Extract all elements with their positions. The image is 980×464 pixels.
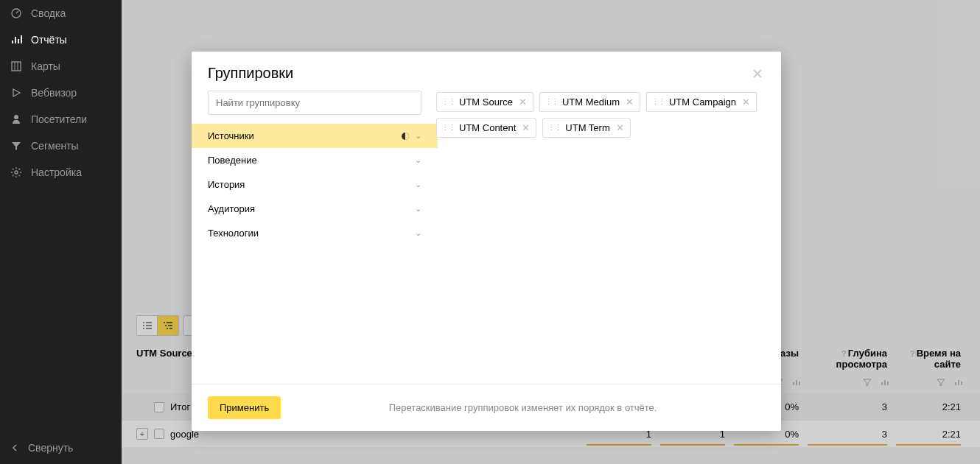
grouping-tag[interactable]: ⋮⋮UTM Medium✕ bbox=[539, 92, 640, 112]
tag-remove-button[interactable]: ✕ bbox=[615, 122, 626, 133]
drag-handle-icon[interactable]: ⋮⋮ bbox=[651, 97, 665, 107]
tag-remove-button[interactable]: ✕ bbox=[520, 122, 531, 133]
drag-handle-icon[interactable]: ⋮⋮ bbox=[545, 97, 558, 107]
apply-button[interactable]: Применить bbox=[208, 396, 281, 419]
tag-label: UTM Medium bbox=[562, 96, 620, 108]
category-item[interactable]: Поведение⌄ bbox=[192, 148, 438, 172]
tag-remove-button[interactable]: ✕ bbox=[624, 96, 635, 108]
close-icon bbox=[752, 68, 763, 79]
modal-footer: Применить Перетаскивание группировок изм… bbox=[192, 384, 781, 431]
sidebar-item-gear[interactable]: Настройка bbox=[0, 159, 122, 186]
sidebar-item-play[interactable]: Вебвизор bbox=[0, 80, 122, 106]
category-item[interactable]: Технологии⌄ bbox=[192, 221, 438, 245]
svg-rect-1 bbox=[12, 62, 21, 71]
modal-title: Группировки bbox=[208, 65, 293, 82]
drag-handle-icon[interactable]: ⋮⋮ bbox=[441, 123, 455, 133]
chevron-left-icon bbox=[10, 443, 19, 452]
category-label: История bbox=[208, 179, 245, 190]
map-icon bbox=[10, 60, 22, 72]
category-label: Аудитория bbox=[208, 203, 255, 214]
left-panel: Источники⌄Поведение⌄История⌄Аудитория⌄Те… bbox=[208, 91, 421, 384]
svg-point-3 bbox=[15, 171, 18, 174]
tag-label: UTM Campaign bbox=[669, 96, 736, 108]
selected-tags: ⋮⋮UTM Source✕⋮⋮UTM Medium✕⋮⋮UTM Campaign… bbox=[436, 92, 765, 138]
drag-handle-icon[interactable]: ⋮⋮ bbox=[441, 97, 455, 107]
modal-body: Источники⌄Поведение⌄История⌄Аудитория⌄Те… bbox=[192, 91, 781, 384]
tag-label: UTM Term bbox=[565, 122, 609, 133]
sidebar-item-label: Посетители bbox=[31, 113, 87, 125]
partial-indicator-icon bbox=[402, 133, 409, 140]
sidebar-item-label: Отчёты bbox=[31, 34, 67, 46]
category-item[interactable]: Аудитория⌄ bbox=[192, 197, 438, 221]
footer-hint: Перетаскивание группировок изменяет их п… bbox=[281, 402, 765, 413]
grouping-tag[interactable]: ⋮⋮UTM Content✕ bbox=[436, 118, 536, 138]
category-label: Источники bbox=[208, 130, 254, 141]
user-icon bbox=[10, 113, 22, 125]
tag-remove-button[interactable]: ✕ bbox=[741, 96, 752, 108]
close-button[interactable] bbox=[750, 66, 765, 81]
sidebar-item-label: Сегменты bbox=[31, 140, 79, 152]
tag-label: UTM Source bbox=[459, 96, 513, 108]
sidebar-item-label: Сводка bbox=[31, 7, 66, 19]
sidebar-item-label: Настройка bbox=[31, 166, 82, 178]
chevron-down-icon: ⌄ bbox=[415, 180, 421, 189]
category-item[interactable]: Источники⌄ bbox=[192, 124, 438, 148]
sidebar-item-filter[interactable]: Сегменты bbox=[0, 133, 122, 159]
chevron-down-icon: ⌄ bbox=[415, 155, 421, 165]
sidebar-item-user[interactable]: Посетители bbox=[0, 106, 122, 133]
sidebar: СводкаОтчётыКартыВебвизорПосетителиСегме… bbox=[0, 0, 122, 464]
drag-handle-icon[interactable]: ⋮⋮ bbox=[547, 123, 561, 133]
svg-point-2 bbox=[14, 115, 18, 119]
sidebar-item-bars[interactable]: Отчёты bbox=[0, 27, 122, 53]
chevron-down-icon: ⌄ bbox=[415, 204, 421, 214]
right-panel: ⋮⋮UTM Source✕⋮⋮UTM Medium✕⋮⋮UTM Campaign… bbox=[436, 91, 765, 384]
sidebar-item-dashboard[interactable]: Сводка bbox=[0, 0, 122, 27]
filter-icon bbox=[10, 140, 22, 152]
sidebar-item-label: Вебвизор bbox=[31, 87, 77, 99]
bars-icon bbox=[10, 34, 22, 46]
chevron-down-icon: ⌄ bbox=[415, 131, 421, 141]
sidebar-item-map[interactable]: Карты bbox=[0, 53, 122, 80]
play-icon bbox=[10, 87, 22, 99]
category-label: Технологии bbox=[208, 228, 259, 239]
sidebar-collapse-button[interactable]: Свернуть bbox=[0, 432, 122, 464]
search-input[interactable] bbox=[208, 91, 421, 115]
sidebar-item-label: Карты bbox=[31, 60, 60, 72]
modal-header: Группировки bbox=[192, 52, 781, 91]
tag-remove-button[interactable]: ✕ bbox=[517, 96, 528, 108]
groupings-modal: Группировки Источники⌄Поведение⌄История⌄… bbox=[192, 52, 781, 431]
dashboard-icon bbox=[10, 7, 22, 19]
tag-label: UTM Content bbox=[459, 122, 516, 133]
sidebar-collapse-label: Свернуть bbox=[28, 442, 73, 454]
category-item[interactable]: История⌄ bbox=[192, 172, 438, 197]
category-label: Поведение bbox=[208, 155, 257, 166]
grouping-tag[interactable]: ⋮⋮UTM Source✕ bbox=[436, 92, 533, 112]
grouping-tag[interactable]: ⋮⋮UTM Campaign✕ bbox=[646, 92, 757, 112]
category-list: Источники⌄Поведение⌄История⌄Аудитория⌄Те… bbox=[208, 124, 421, 245]
gear-icon bbox=[10, 166, 22, 178]
chevron-down-icon: ⌄ bbox=[415, 228, 421, 238]
grouping-tag[interactable]: ⋮⋮UTM Term✕ bbox=[542, 118, 630, 138]
